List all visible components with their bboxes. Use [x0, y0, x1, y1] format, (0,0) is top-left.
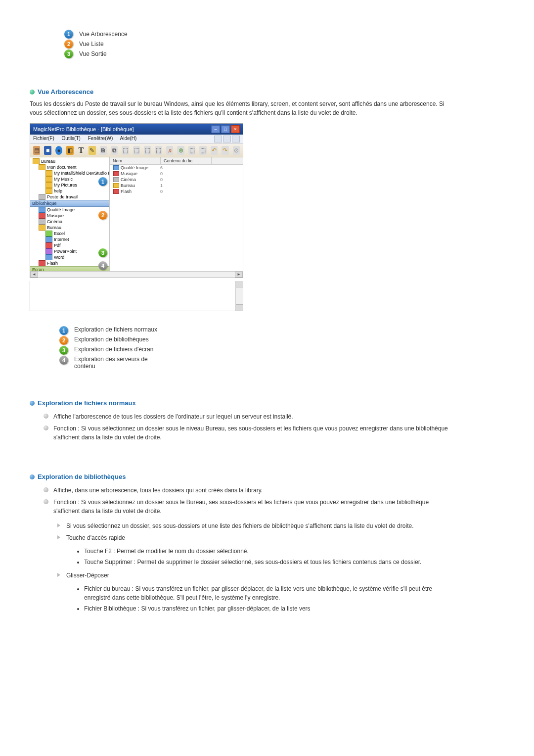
tree-node-bureau[interactable]: Bureau — [30, 158, 109, 164]
tree-node[interactable]: Musique — [30, 213, 109, 219]
badge-3: 3 — [59, 346, 68, 355]
app-screenshot: MagicNetPro Bibliothèque - [Bibliothèque… — [30, 123, 243, 278]
window-title: MagicNetPro Bibliothèque - [Bibliothèque… — [33, 126, 134, 132]
tree-node[interactable]: Cinéma — [30, 219, 109, 225]
tree-node[interactable]: Internet — [30, 236, 109, 242]
legend-label: Exploration de fichiers d'écran — [74, 346, 153, 353]
section-heading-vue-arborescence: Vue Arborescence — [30, 88, 450, 95]
tree-node[interactable]: Mon document — [30, 164, 109, 170]
tool-icon[interactable]: ✎ — [89, 146, 95, 155]
tool-icon[interactable]: ⬚ — [199, 146, 206, 155]
tree-node[interactable]: Word — [30, 254, 109, 260]
legend-top: 1 Vue Arborescence 2 Vue Liste 3 Vue Sor… — [64, 30, 450, 58]
badge-2: 2 — [64, 40, 73, 48]
legend-item: 2 Vue Liste — [64, 40, 450, 48]
tool-icon[interactable]: ⬚ — [188, 146, 195, 155]
toolbar: ▤ ■ ● ◧ T ✎ 🗎 ⧉ ⬚ ⬚ ⬚ ⬚ ♬ ⊗ ⬚ ⬚ ↶ ↷ ⊘ — [30, 144, 243, 157]
tool-icon[interactable]: ⬚ — [144, 146, 151, 155]
tree-node[interactable]: Qualité Image — [30, 207, 109, 213]
section-paragraph: Tous les dossiers du Poste de travail su… — [30, 99, 450, 117]
tool-icon[interactable]: ▤ — [33, 146, 40, 155]
list-row[interactable]: Flash0 — [110, 189, 243, 194]
list-row[interactable]: Musique0 — [110, 171, 243, 177]
bullet-icon — [30, 474, 35, 479]
legend-item: 3 Vue Sortie — [64, 49, 450, 58]
legend-tree: 1Exploration de fichiers normaux 2Explor… — [59, 326, 450, 370]
tool-icon[interactable]: ⬚ — [155, 146, 162, 155]
legend-label: Exploration des serveurs de contenu — [74, 356, 158, 370]
badge-1: 1 — [59, 326, 68, 335]
tree-node[interactable]: My Music — [30, 176, 109, 182]
tool-redo-icon[interactable]: ↷ — [222, 146, 228, 155]
tree-zone-screen: Ecran — [30, 266, 109, 271]
disc-item: Touche F2 : Permet de modifier le nom du… — [84, 546, 450, 557]
sub-item: Glisser-Déposer — [57, 569, 450, 581]
badge-2: 2 — [59, 336, 68, 345]
badge-4: 4 — [59, 356, 68, 365]
tree-node[interactable]: PowerPoint — [30, 248, 109, 254]
tree-node[interactable]: Excel — [30, 231, 109, 236]
menu-tools[interactable]: Outils(T) — [62, 136, 81, 141]
list-row[interactable]: Qualité Image6 — [110, 165, 243, 171]
legend-label: Exploration de bibliothèques — [74, 336, 149, 343]
disc-item: Fichier Bibliothèque : Si vous transfére… — [84, 603, 450, 614]
disc-list: Fichier du bureau : Si vous transférez u… — [30, 583, 450, 614]
col-contenu[interactable]: Contenu du fic. — [161, 157, 212, 164]
tree-node[interactable]: My InstallShield DevStudio Project — [30, 170, 109, 176]
window-titlebar: MagicNetPro Bibliothèque - [Bibliothèque… — [30, 124, 243, 135]
tree-scrollbar[interactable]: ◄ ► — [30, 271, 243, 278]
col-nom[interactable]: Nom — [110, 157, 161, 164]
maximize-button[interactable]: □ — [221, 125, 230, 133]
tree-node[interactable]: Pdf — [30, 242, 109, 248]
mdi-close-button[interactable] — [232, 136, 240, 142]
mdi-restore-button[interactable] — [223, 136, 231, 142]
tree-node[interactable]: My Pictures — [30, 182, 109, 188]
tree-node[interactable]: Poste de travail — [30, 194, 109, 200]
sub-list: Glisser-Déposer — [30, 569, 450, 581]
sub-item: Touche d'accès rapide — [57, 532, 450, 544]
menubar: Fichier(F) Outils(T) Fenêtre(W) Aide(H) — [30, 135, 243, 144]
menu-window[interactable]: Fenêtre(W) — [88, 136, 113, 141]
list-row[interactable]: Cinéma0 — [110, 177, 243, 183]
scroll-right[interactable]: ► — [235, 272, 243, 278]
sub-item: Si vous sélectionnez un dossier, ses sou… — [57, 520, 450, 532]
section-title: Vue Arborescence — [38, 88, 93, 95]
legend-label: Vue Liste — [79, 41, 104, 47]
tool-icon[interactable]: ⬚ — [122, 146, 129, 155]
bullet-item: Fonction : Si vous sélectionnez un dossi… — [44, 423, 450, 443]
list-row[interactable]: Bureau1 — [110, 183, 243, 189]
tool-icon[interactable]: ⊘ — [233, 146, 240, 155]
close-button[interactable]: × — [231, 125, 240, 133]
tool-text-icon[interactable]: T — [78, 146, 85, 155]
tool-icon[interactable]: 🗎 — [100, 146, 107, 155]
bullet-icon — [30, 90, 35, 94]
list-pane: Nom Contenu du fic. Qualité Image6 Musiq… — [110, 157, 243, 271]
tree-node[interactable]: Bureau — [30, 225, 109, 231]
tool-icon[interactable]: ⬚ — [133, 146, 140, 155]
callout-badge-2: 2 — [98, 211, 107, 220]
legend-label: Vue Sortie — [79, 50, 107, 57]
bullet-item: Affiche, dans une arborescence, tous les… — [44, 484, 450, 496]
tool-icon[interactable]: ■ — [44, 146, 51, 155]
tool-undo-icon[interactable]: ↶ — [211, 146, 218, 155]
tool-icon[interactable]: ⧉ — [111, 146, 118, 155]
section-title: Exploration de bibliothèques — [38, 473, 126, 480]
tree-node[interactable]: help — [30, 188, 109, 194]
tool-icon[interactable]: ⊗ — [177, 146, 184, 155]
menu-file[interactable]: Fichier(F) — [33, 136, 54, 141]
tool-icon[interactable]: ◧ — [66, 146, 73, 155]
scroll-left[interactable]: ◄ — [30, 272, 38, 278]
bullet-list: Affiche, dans une arborescence, tous les… — [30, 484, 450, 517]
menu-help[interactable]: Aide(H) — [120, 136, 136, 141]
callout-badge-3: 3 — [98, 248, 107, 257]
tree-node[interactable]: Flash — [30, 260, 109, 266]
mdi-min-button[interactable] — [214, 136, 222, 142]
section-heading-bibliotheques: Exploration de bibliothèques — [30, 473, 450, 480]
tool-icon[interactable]: ● — [55, 146, 62, 155]
disc-item: Touche Supprimer : Permet de supprimer l… — [84, 557, 450, 567]
minimize-button[interactable]: – — [211, 125, 220, 133]
tree-pane: Bureau Mon document My InstallShield Dev… — [30, 157, 110, 271]
callout-badge-4: 4 — [98, 261, 107, 270]
output-scrollbar[interactable] — [235, 281, 243, 311]
tool-music-icon[interactable]: ♬ — [166, 146, 173, 155]
